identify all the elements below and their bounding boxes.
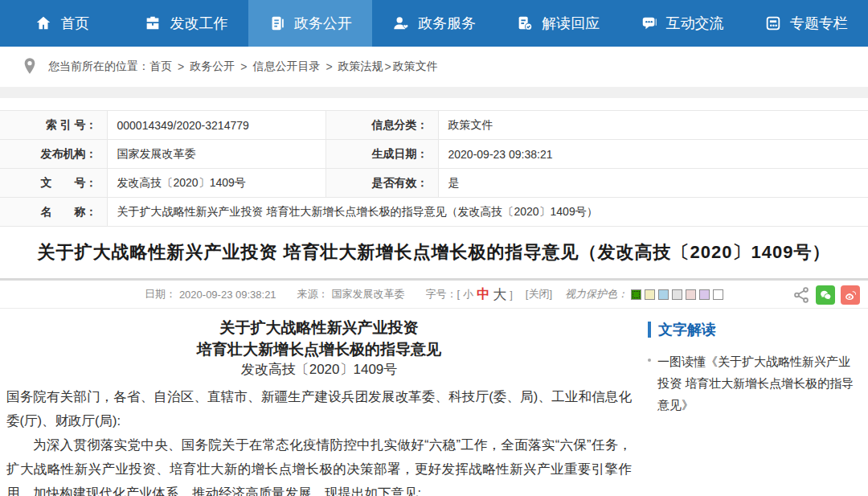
article-body: 关于扩大战略性新兴产业投资 培育壮大新增长点增长极的指导意见 发改高技〔2020… [0, 309, 637, 496]
briefcase-icon [144, 14, 162, 32]
validity-label: 是否有效： [326, 169, 438, 198]
table-row: 名 称： 关于扩大战略性新兴产业投资 培育壮大新增长点增长极的指导意见（发改高技… [0, 198, 868, 227]
nav-item-interaction[interactable]: 互动交流 [620, 0, 743, 47]
breadcrumb-separator: > [385, 60, 391, 73]
section-divider-band [0, 87, 868, 98]
swatch-white[interactable] [713, 289, 723, 300]
font-size-label: 字号：[ [426, 287, 461, 301]
eye-protect-label: 视力保护色： [565, 287, 628, 301]
home-icon [35, 14, 52, 32]
nav-item-special-topics[interactable]: 专题专栏 [744, 0, 868, 47]
nav-item-gov-disclosure[interactable]: 政务公开 [248, 0, 372, 47]
document-info-table: 索 引 号： 000014349/2020-3214779 信息分类： 政策文件… [0, 110, 868, 227]
table-row: 发布机构： 国家发展改革委 生成日期： 2020-09-23 09:38:21 [0, 140, 868, 169]
wechat-icon[interactable] [816, 285, 835, 305]
index-number-label: 索 引 号： [0, 111, 107, 140]
doc-name-label: 名 称： [0, 198, 107, 227]
nav-item-home[interactable]: 首页 [0, 0, 124, 47]
eye-protection-colors: 视力保护色： [565, 287, 723, 301]
nav-label: 专题专栏 [790, 14, 848, 33]
breadcrumb-link-home[interactable]: 首页 [149, 59, 172, 74]
nav-label: 政务公开 [294, 14, 352, 33]
issuing-agency-value: 国家发展改革委 [107, 140, 326, 169]
chat-bubble-icon [641, 14, 658, 32]
info-category-value: 政策文件 [438, 111, 868, 140]
article-title-line2: 培育壮大新增长点增长极的指导意见 [6, 338, 632, 360]
sidebar-heading: 文字解读 [648, 322, 860, 338]
index-number-value: 000014349/2020-3214779 [107, 111, 326, 140]
bullet-icon [648, 359, 651, 362]
article-paragraph: 为深入贯彻落实党中央、国务院关于在常态化疫情防控中扎实做好“六稳”工作，全面落实… [6, 432, 632, 496]
person-heart-icon [392, 14, 410, 32]
article-meta-bar: 日期：2020-09-23 09:38:21 来源：国家发展改革委 字号：[ 小… [0, 278, 868, 309]
close-button[interactable]: [关闭] [526, 287, 552, 301]
content-area: 关于扩大战略性新兴产业投资 培育壮大新增长点增长极的指导意见 发改高技〔2020… [0, 309, 868, 496]
spacer [0, 98, 868, 110]
page-title: 关于扩大战略性新兴产业投资 培育壮大新增长点增长极的指导意见（发改高技〔2020… [38, 240, 831, 264]
breadcrumb-separator: > [326, 60, 332, 73]
swatch-yellow[interactable] [645, 289, 655, 300]
document-check-icon [516, 14, 534, 32]
location-pin-icon [23, 57, 48, 77]
source-label: 来源： [297, 287, 329, 301]
meta-date: 日期：2020-09-23 09:38:21 [145, 287, 276, 301]
creation-date-value: 2020-09-23 09:38:21 [438, 140, 868, 169]
date-label: 日期： [145, 287, 176, 301]
breadcrumb-link-policy-regulations[interactable]: 政策法规 [338, 59, 383, 74]
font-size-controls: 字号：[ 小 中 大 ] [426, 285, 513, 304]
doc-name-value: 关于扩大战略性新兴产业投资 培育壮大新增长点增长极的指导意见（发改高技〔2020… [107, 198, 868, 227]
grid-icon [764, 14, 782, 32]
breadcrumb-separator: > [240, 60, 247, 73]
font-size-medium-button[interactable]: 中 [477, 286, 489, 303]
doc-number-label: 文 号： [0, 169, 107, 198]
breadcrumb-link-policy-documents[interactable]: 政策文件 [393, 59, 438, 74]
issuing-agency-label: 发布机构： [0, 140, 107, 169]
nav-label: 解读回应 [542, 14, 600, 33]
creation-date-label: 生成日期： [326, 140, 438, 169]
source-value: 国家发展改革委 [332, 287, 405, 301]
sidebar-interpretation: 文字解读 一图读懂《关于扩大战略性新兴产业投资 培育壮大新增长点增长极的指导意见… [637, 309, 868, 496]
validity-value: 是 [438, 169, 868, 198]
breadcrumb-link-gov-disclosure[interactable]: 政务公开 [190, 59, 235, 74]
font-size-bracket: ] [510, 289, 513, 301]
table-row: 索 引 号： 000014349/2020-3214779 信息分类： 政策文件 [0, 111, 868, 140]
info-category-label: 信息分类： [326, 111, 438, 140]
swatch-green[interactable] [631, 289, 641, 300]
page-title-band: 关于扩大战略性新兴产业投资 培育壮大新增长点增长极的指导意见（发改高技〔2020… [0, 227, 868, 278]
breadcrumb-separator: > [178, 60, 184, 73]
nav-label: 首页 [60, 14, 89, 33]
weibo-icon[interactable] [841, 285, 860, 305]
nav-item-work[interactable]: 发改工作 [124, 0, 248, 47]
nav-item-gov-services[interactable]: 政务服务 [372, 0, 496, 47]
article-doc-number: 发改高技〔2020〕1409号 [6, 360, 632, 379]
breadcrumb-prefix: 您当前所在的位置： [48, 59, 149, 74]
document-icon [268, 14, 286, 32]
swatch-blue[interactable] [658, 289, 669, 300]
top-navigation: 首页 发改工作 政务公开 政务服务 解读回应 互动交流 专题专栏 [0, 0, 868, 47]
share-cluster [792, 285, 860, 305]
sidebar-link[interactable]: 一图读懂《关于扩大战略性新兴产业投资 培育壮大新增长点增长极的指导意见》 [657, 350, 860, 416]
breadcrumb: 您当前所在的位置： 首页 > 政务公开 > 信息公开目录 > 政策法规 > 政策… [0, 47, 868, 87]
swatch-pink[interactable] [686, 289, 696, 300]
nav-label: 发改工作 [170, 14, 227, 33]
font-size-large-button[interactable]: 大 [493, 285, 506, 304]
article-title-line1: 关于扩大战略性新兴产业投资 [6, 317, 632, 338]
nav-label: 互动交流 [666, 14, 724, 33]
sidebar-link-item[interactable]: 一图读懂《关于扩大战略性新兴产业投资 培育壮大新增长点增长极的指导意见》 [648, 350, 860, 416]
swatch-purple[interactable] [699, 289, 710, 300]
breadcrumb-link-info-catalog[interactable]: 信息公开目录 [252, 59, 320, 74]
article-paragraph: 国务院有关部门，各省、自治区、直辖市、新疆生产建设兵团发展改革委、科技厅(委、局… [6, 384, 632, 432]
nav-item-interpretation[interactable]: 解读回应 [496, 0, 620, 47]
color-swatches [631, 289, 723, 300]
share-icon[interactable] [792, 286, 810, 304]
font-size-small-button[interactable]: 小 [463, 287, 473, 301]
nav-label: 政务服务 [418, 14, 476, 33]
doc-number-value: 发改高技〔2020〕1409号 [107, 169, 326, 198]
table-row: 文 号： 发改高技〔2020〕1409号 是否有效： 是 [0, 169, 868, 198]
swatch-gray[interactable] [672, 289, 682, 300]
date-value: 2020-09-23 09:38:21 [179, 289, 276, 301]
meta-source: 来源：国家发展改革委 [297, 287, 405, 301]
